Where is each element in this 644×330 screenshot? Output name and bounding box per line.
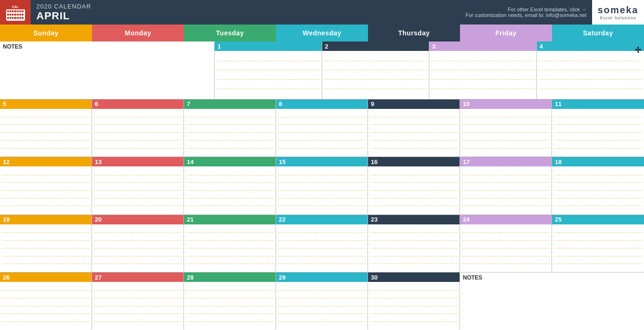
day-cell-9[interactable]: 9 bbox=[368, 99, 460, 157]
day-num-28: 28 bbox=[184, 272, 276, 282]
day-cell-19[interactable]: 19 bbox=[0, 215, 92, 272]
week-row-3: 12 13 14 15 16 17 18 bbox=[0, 157, 644, 215]
notes-bottom-cell[interactable]: NOTES bbox=[460, 272, 644, 330]
tagline2: For customization needs, email to: info@… bbox=[466, 12, 586, 18]
day-num-18: 18 bbox=[552, 157, 644, 166]
day-cell-6[interactable]: 6 bbox=[92, 99, 184, 157]
day-cell-15[interactable]: 15 bbox=[276, 157, 368, 214]
day-cell-14[interactable]: 14 bbox=[184, 157, 276, 214]
day-cell-24[interactable]: 24 bbox=[460, 215, 552, 272]
thursday-header: Thursday bbox=[368, 25, 460, 41]
day-cell-3[interactable]: 3 bbox=[429, 41, 537, 99]
header-titles: 2020 CALENDAR APRIL bbox=[31, 0, 311, 25]
day-num-6: 6 bbox=[92, 99, 184, 109]
day-num-15: 15 bbox=[276, 157, 368, 166]
brand-name: someka bbox=[598, 5, 639, 16]
monday-header: Monday bbox=[92, 25, 184, 41]
day-num-26: 26 bbox=[0, 272, 92, 282]
day-cell-25[interactable]: 25 bbox=[552, 215, 644, 272]
day-num-8: 8 bbox=[276, 99, 368, 109]
calendar-body: NOTES 1 2 3 bbox=[0, 41, 644, 330]
day-num-24: 24 bbox=[460, 215, 552, 224]
day-cell-11[interactable]: 11 bbox=[552, 99, 644, 157]
month-title: APRIL bbox=[36, 10, 311, 22]
header-logo: CAL bbox=[0, 0, 31, 25]
week-row-2: 5 6 7 8 9 10 11 bbox=[0, 99, 644, 157]
wednesday-header: Wednesday bbox=[276, 25, 368, 41]
day-cell-7[interactable]: 7 bbox=[184, 99, 276, 157]
day-cell-21[interactable]: 21 bbox=[184, 215, 276, 272]
day-num-4: 4 bbox=[537, 41, 644, 51]
saturday-header: Saturday bbox=[552, 25, 644, 41]
notes-bottom-label: NOTES bbox=[460, 272, 644, 283]
header: CAL 2020 CALENDAR APRIL For other Excel … bbox=[0, 0, 644, 25]
day-cell-28[interactable]: 28 bbox=[184, 272, 276, 330]
day-headers: Sunday Monday Tuesday Wednesday Thursday… bbox=[0, 25, 644, 41]
week-row-4: 19 20 21 22 23 24 25 bbox=[0, 215, 644, 273]
day-cell-23[interactable]: 23 bbox=[368, 215, 460, 272]
day-num-27: 27 bbox=[92, 272, 184, 282]
day-num-9: 9 bbox=[368, 99, 460, 109]
week-row-5: 26 27 28 29 30 NOTES bbox=[0, 272, 644, 330]
friday-header: Friday bbox=[460, 25, 552, 41]
day-num-14: 14 bbox=[184, 157, 276, 166]
day-num-7: 7 bbox=[184, 99, 276, 109]
day-num-11: 11 bbox=[552, 99, 644, 109]
day-cell-27[interactable]: 27 bbox=[92, 272, 184, 330]
day-num-25: 25 bbox=[552, 215, 644, 224]
tagline1: For other Excel templates, click → bbox=[508, 7, 586, 12]
day-num-20: 20 bbox=[92, 215, 184, 224]
day-num-5: 5 bbox=[0, 99, 92, 109]
day-cell-16[interactable]: 16 bbox=[368, 157, 460, 214]
calendar-year-title: 2020 CALENDAR bbox=[36, 3, 311, 10]
tuesday-header: Tuesday bbox=[184, 25, 276, 41]
brand-logo: someka Excel Solutions bbox=[592, 0, 644, 25]
day-cell-5[interactable]: 5 bbox=[0, 99, 92, 157]
day-num-23: 23 bbox=[368, 215, 460, 224]
header-taglines: For other Excel templates, click → For c… bbox=[311, 0, 592, 25]
day-cell-17[interactable]: 17 bbox=[460, 157, 552, 214]
day-cell-8[interactable]: 8 bbox=[276, 99, 368, 157]
calendar-icon: CAL bbox=[6, 4, 25, 21]
week-row-1: NOTES 1 2 3 bbox=[0, 41, 644, 99]
day-num-21: 21 bbox=[184, 215, 276, 224]
day-num-10: 10 bbox=[460, 99, 552, 109]
day-num-1: 1 bbox=[215, 41, 322, 51]
notes-top-label: NOTES bbox=[0, 41, 214, 52]
day-num-19: 19 bbox=[0, 215, 92, 224]
sunday-header: Sunday bbox=[0, 25, 92, 41]
day-cell-30[interactable]: 30 bbox=[368, 272, 460, 330]
day-num-2: 2 bbox=[322, 41, 429, 51]
day-cell-1[interactable]: 1 bbox=[215, 41, 322, 99]
day-num-30: 30 bbox=[368, 272, 460, 282]
day-cell-18[interactable]: 18 bbox=[552, 157, 644, 214]
day-num-12: 12 bbox=[0, 157, 92, 166]
day-num-29: 29 bbox=[276, 272, 368, 282]
day-num-3: 3 bbox=[429, 41, 536, 51]
day-num-16: 16 bbox=[368, 157, 460, 166]
day-cell-26[interactable]: 26 bbox=[0, 272, 92, 330]
day-cell-10[interactable]: 10 bbox=[460, 99, 552, 157]
day-cell-22[interactable]: 22 bbox=[276, 215, 368, 272]
day-cell-2[interactable]: 2 bbox=[322, 41, 430, 99]
day-num-22: 22 bbox=[276, 215, 368, 224]
day-cell-13[interactable]: 13 bbox=[92, 157, 184, 214]
day-num-13: 13 bbox=[92, 157, 184, 166]
day-cell-12[interactable]: 12 bbox=[0, 157, 92, 214]
notes-top-cell[interactable]: NOTES bbox=[0, 41, 215, 99]
day-cell-20[interactable]: 20 bbox=[92, 215, 184, 272]
day-cell-29[interactable]: 29 bbox=[276, 272, 368, 330]
day-num-17: 17 bbox=[460, 157, 552, 166]
day-cell-4[interactable]: 4 bbox=[537, 41, 644, 99]
brand-sub: Excel Solutions bbox=[600, 16, 636, 20]
